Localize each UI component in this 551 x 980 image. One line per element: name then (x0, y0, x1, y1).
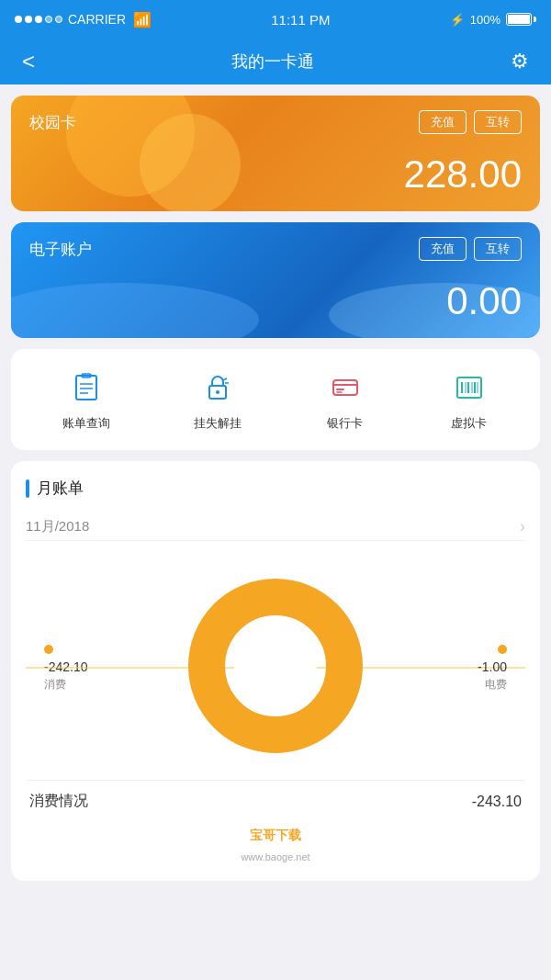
campus-card: 校园卡 充值 互转 228.00 (11, 96, 540, 211)
left-dot (44, 645, 53, 654)
wifi-icon: 📶 (133, 11, 152, 28)
signal-dots (15, 16, 62, 23)
donut-svg (184, 574, 367, 758)
signal-dot-2 (25, 16, 32, 23)
status-bar: CARRIER 📶 11:11 PM ⚡ 100% (0, 0, 551, 39)
electronic-transfer-button[interactable]: 互转 (474, 237, 522, 261)
signal-dot-5 (55, 16, 62, 23)
electronic-recharge-button[interactable]: 充值 (419, 237, 467, 261)
campus-card-amount: 228.00 (29, 152, 522, 197)
menu-item-bill[interactable]: 账单查询 (62, 367, 110, 432)
campus-transfer-button[interactable]: 互转 (474, 110, 522, 134)
menu-item-virtualcard[interactable]: 虚拟卡 (449, 367, 489, 432)
nav-bar: < 我的一卡通 ⚙ (0, 39, 551, 84)
electronic-account-card: 电子账户 充值 互转 0.00 (11, 222, 540, 338)
svg-point-21 (234, 625, 317, 707)
svg-rect-0 (76, 376, 96, 400)
clipboard-icon (66, 367, 107, 408)
electronic-card-title: 电子账户 (29, 239, 92, 260)
content-area: 校园卡 充值 互转 228.00 电子账户 充值 互转 0.00 (0, 84, 551, 899)
electronic-card-amount: 0.00 (29, 279, 522, 323)
bill-summary-row: 消费情况 -243.10 (26, 780, 525, 811)
monthly-bill-section: 月账单 11月/2018 › -242.10 消费 -1.00 (11, 461, 540, 881)
bill-query-label: 账单查询 (62, 415, 110, 432)
svg-line-7 (223, 378, 227, 380)
quick-menu: 账单查询 挂失解挂 (11, 349, 540, 450)
campus-card-title: 校园卡 (29, 112, 76, 133)
menu-item-lostcard[interactable]: 挂失解挂 (194, 367, 242, 432)
summary-label: 消费情况 (29, 792, 88, 811)
bill-section-header: 月账单 (26, 478, 525, 499)
status-right: ⚡ 100% (450, 13, 536, 27)
watermark-url: www.baoge.net (26, 851, 525, 862)
menu-item-bankcard[interactable]: 银行卡 (325, 367, 365, 432)
svg-point-6 (216, 390, 219, 394)
settings-button[interactable]: ⚙ (503, 46, 536, 77)
campus-recharge-button[interactable]: 充值 (419, 110, 467, 134)
chart-right-label: 电费 (478, 677, 507, 693)
chart-right-value: -1.00 (478, 659, 507, 674)
status-time: 11:11 PM (271, 12, 330, 28)
battery-percent: 100% (470, 13, 500, 27)
signal-dot-4 (45, 16, 52, 23)
battery-tip (534, 17, 536, 22)
campus-card-actions: 充值 互转 (419, 110, 522, 134)
barcode-icon (449, 367, 489, 408)
bill-period-text: 11月/2018 (26, 518, 89, 535)
signal-dot-3 (35, 16, 42, 23)
bank-card-icon (325, 367, 365, 408)
watermark-area: 宝哥下载 www.baoge.net (26, 811, 525, 862)
back-button[interactable]: < (15, 45, 42, 78)
bill-indicator (26, 479, 29, 498)
right-dot (498, 645, 507, 654)
summary-value: -243.10 (472, 794, 522, 810)
bill-title: 月账单 (37, 478, 84, 499)
bill-chevron-icon: › (520, 517, 525, 536)
lost-card-label: 挂失解挂 (194, 415, 242, 432)
donut-chart-container: -242.10 消费 -1.00 电费 (26, 556, 525, 780)
watermark-text: 宝哥下载 (26, 820, 525, 851)
bluetooth-icon: ⚡ (450, 13, 465, 27)
battery-fill (508, 15, 530, 24)
campus-card-header: 校园卡 充值 互转 (29, 110, 522, 134)
battery-body (506, 13, 532, 26)
page-title: 我的一卡通 (231, 51, 314, 73)
chart-label-right: -1.00 电费 (478, 643, 507, 693)
virtual-card-label: 虚拟卡 (451, 415, 487, 432)
status-left: CARRIER 📶 (15, 11, 152, 28)
carrier-label: CARRIER (68, 12, 126, 27)
electronic-card-header: 电子账户 充值 互转 (29, 237, 522, 261)
electronic-card-actions: 充值 互转 (419, 237, 522, 261)
battery-icon (506, 13, 536, 26)
lock-icon (197, 367, 238, 408)
bill-period-row[interactable]: 11月/2018 › (26, 510, 525, 541)
signal-dot-1 (15, 16, 22, 23)
bank-card-label: 银行卡 (327, 415, 363, 432)
chart-left-label: 消费 (44, 677, 87, 693)
